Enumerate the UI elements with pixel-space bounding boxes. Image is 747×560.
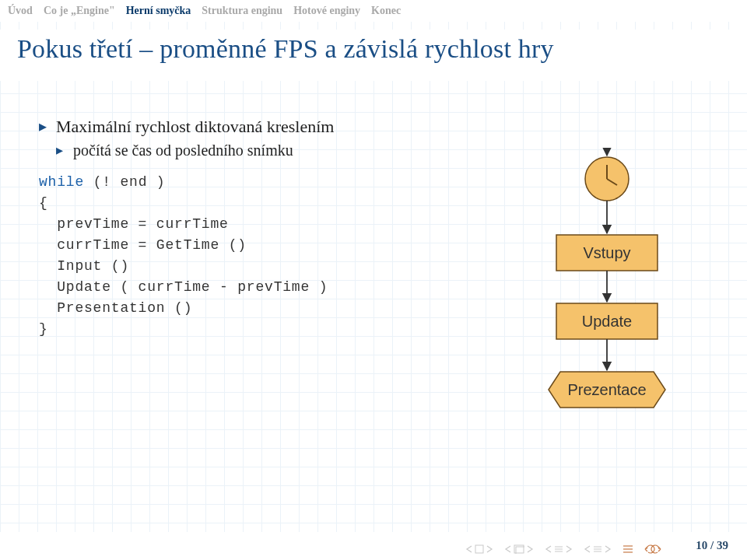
code-l7: Presentation () — [39, 300, 192, 316]
code-block: while (! end ) { prevTime = currTime cur… — [39, 172, 490, 340]
nav-back-forward[interactable] — [644, 544, 661, 554]
nav-item-smycka[interactable]: Herní smyčka — [126, 5, 191, 17]
nav-prev-section[interactable] — [545, 545, 573, 553]
nav-prev-slide[interactable] — [465, 544, 493, 554]
nav-item-hotove[interactable]: Hotové enginy — [293, 5, 360, 17]
page-number: 10 / 39 — [696, 539, 728, 552]
nav-item-engine[interactable]: Co je „Engine" — [44, 5, 115, 17]
code-l3: prevTime = currTime — [39, 216, 229, 232]
slide-title: Pokus třetí – proměnné FPS a závislá ryc… — [17, 34, 730, 64]
nav-prev-subsection[interactable] — [584, 545, 612, 553]
code-l8: } — [39, 321, 48, 337]
code-l6: Update ( currTime - prevTime ) — [39, 279, 328, 295]
nav-prev-frame[interactable] — [504, 544, 534, 554]
code-cond: (! end ) — [93, 174, 166, 190]
box-prezentace-label: Prezentace — [567, 381, 646, 398]
bullet-1: Maximální rychlost diktovaná kreslením p… — [39, 117, 490, 159]
beamer-nav-symbols — [465, 544, 661, 554]
content-area: Maximální rychlost diktovaná kreslením p… — [39, 117, 490, 340]
nav-doc-icon[interactable] — [622, 544, 633, 554]
flowchart: Vstupy Update Prezentace — [514, 148, 700, 474]
box-vstupy-label: Vstupy — [583, 244, 630, 261]
nav-item-uvod[interactable]: Úvod — [8, 5, 33, 17]
bullet-1-text: Maximální rychlost diktovaná kreslením — [56, 117, 334, 136]
bullet-1a: počítá se čas od posledního snímku — [56, 142, 490, 159]
code-l5: Input () — [39, 258, 129, 274]
nav-item-struktura[interactable]: Struktura enginu — [202, 5, 282, 17]
nav-item-konec[interactable]: Konec — [371, 5, 401, 17]
section-nav: Úvod Co je „Engine" Herní smyčka Struktu… — [0, 0, 747, 22]
code-l4: currTime = GetTime () — [39, 237, 247, 253]
svg-rect-6 — [475, 545, 483, 553]
kw-while: while — [39, 174, 84, 190]
bullet-1a-text: počítá se čas od posledního snímku — [73, 142, 293, 159]
box-update-label: Update — [582, 313, 633, 330]
code-l2: { — [39, 195, 48, 211]
